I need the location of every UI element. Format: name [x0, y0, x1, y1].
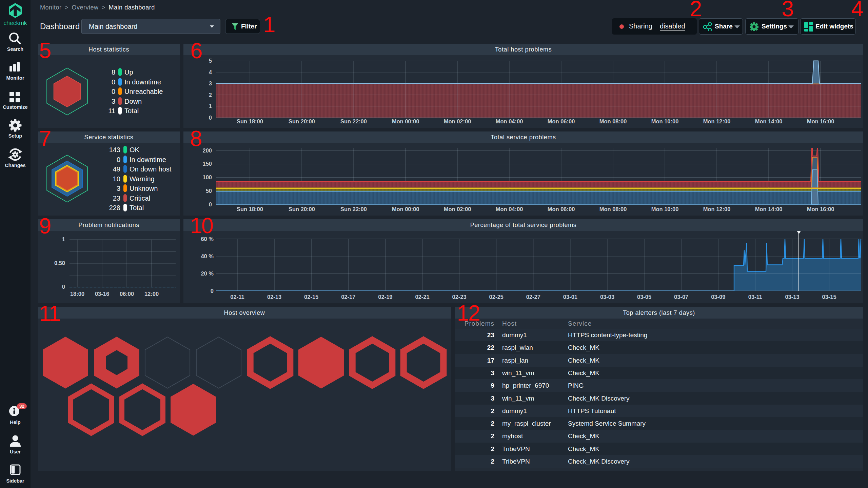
svg-text:Mon 16:00: Mon 16:00 — [807, 118, 834, 124]
svg-text:1: 1 — [62, 236, 65, 242]
svg-text:02-17: 02-17 — [341, 294, 355, 300]
svg-text:02-19: 02-19 — [378, 294, 392, 300]
svg-text:Sun 18:00: Sun 18:00 — [237, 118, 263, 124]
svg-text:Mon 16:00: Mon 16:00 — [807, 206, 834, 212]
svg-text:03-13: 03-13 — [785, 294, 799, 300]
svg-text:Mon 06:00: Mon 06:00 — [548, 206, 575, 212]
svg-text:18:00: 18:00 — [70, 291, 84, 297]
svg-text:02-15: 02-15 — [304, 294, 318, 300]
svg-text:Mon 00:00: Mon 00:00 — [392, 206, 419, 212]
svg-text:03-05: 03-05 — [637, 294, 651, 300]
svg-text:03-16: 03-16 — [95, 291, 109, 297]
svg-text:02-23: 02-23 — [452, 294, 466, 300]
svg-text:2: 2 — [209, 92, 212, 98]
svg-text:100: 100 — [202, 174, 212, 180]
svg-text:Mon 02:00: Mon 02:00 — [444, 206, 471, 212]
svg-text:02-11: 02-11 — [230, 294, 244, 300]
svg-text:50: 50 — [206, 188, 212, 194]
svg-text:Mon 02:00: Mon 02:00 — [444, 118, 471, 124]
svg-text:1: 1 — [209, 103, 212, 109]
svg-text:03-01: 03-01 — [563, 294, 577, 300]
svg-text:0.50: 0.50 — [54, 260, 65, 266]
svg-text:Mon 08:00: Mon 08:00 — [599, 118, 627, 124]
svg-text:Mon 08:00: Mon 08:00 — [599, 206, 627, 212]
svg-text:02-13: 02-13 — [267, 294, 281, 300]
svg-text:02-25: 02-25 — [489, 294, 504, 300]
svg-text:Sun 20:00: Sun 20:00 — [289, 118, 315, 124]
svg-text:150: 150 — [202, 161, 212, 167]
svg-text:Mon 12:00: Mon 12:00 — [703, 206, 731, 212]
svg-text:3: 3 — [209, 80, 212, 86]
svg-text:03-15: 03-15 — [822, 294, 836, 300]
svg-text:0: 0 — [209, 201, 212, 207]
svg-text:4: 4 — [209, 69, 212, 75]
svg-text:Mon 12:00: Mon 12:00 — [703, 118, 731, 124]
svg-text:Mon 04:00: Mon 04:00 — [496, 118, 523, 124]
svg-text:0: 0 — [209, 115, 212, 121]
svg-text:Mon 14:00: Mon 14:00 — [755, 118, 783, 124]
svg-text:Mon 00:00: Mon 00:00 — [392, 118, 419, 124]
svg-text:20 %: 20 % — [201, 270, 214, 277]
svg-text:03-09: 03-09 — [711, 294, 725, 300]
svg-text:0: 0 — [211, 288, 214, 294]
svg-text:5: 5 — [209, 58, 212, 64]
svg-text:03-11: 03-11 — [748, 294, 762, 300]
svg-text:12:00: 12:00 — [144, 291, 159, 297]
svg-text:Sun 18:00: Sun 18:00 — [237, 206, 263, 212]
svg-text:40 %: 40 % — [201, 253, 214, 259]
svg-text:0: 0 — [62, 284, 65, 290]
svg-text:Mon 06:00: Mon 06:00 — [548, 118, 575, 124]
svg-text:Sun 20:00: Sun 20:00 — [289, 206, 315, 212]
svg-text:200: 200 — [202, 147, 212, 154]
svg-text:06:00: 06:00 — [120, 291, 134, 297]
svg-text:Sun 22:00: Sun 22:00 — [340, 118, 367, 124]
svg-text:Sun 22:00: Sun 22:00 — [340, 206, 367, 212]
svg-text:Mon 10:00: Mon 10:00 — [651, 118, 679, 124]
svg-text:Mon 04:00: Mon 04:00 — [496, 206, 523, 212]
svg-text:02-21: 02-21 — [415, 294, 429, 300]
svg-text:Mon 10:00: Mon 10:00 — [651, 206, 679, 212]
svg-text:03-07: 03-07 — [674, 294, 688, 300]
svg-text:02-27: 02-27 — [526, 294, 540, 300]
svg-text:03-03: 03-03 — [600, 294, 614, 300]
svg-text:Mon 14:00: Mon 14:00 — [755, 206, 783, 212]
